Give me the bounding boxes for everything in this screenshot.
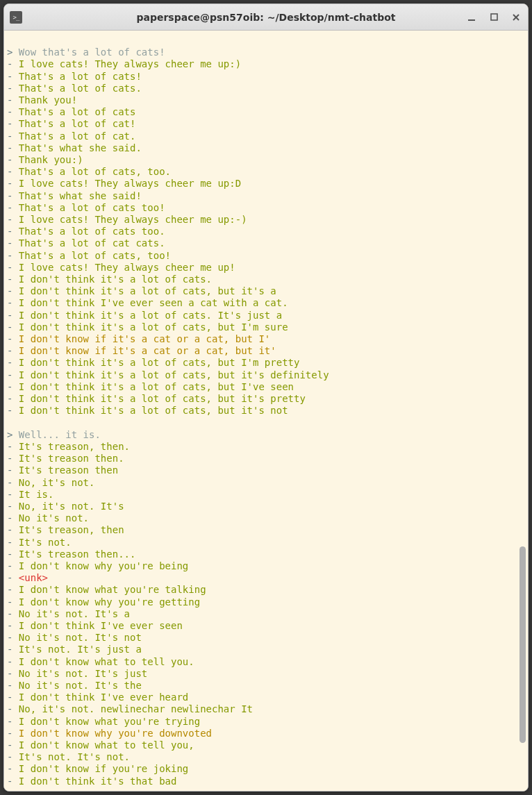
response-line: - That's a lot of cats, too. <box>7 166 525 178</box>
response-line: - It's treason then <box>7 465 525 476</box>
response-line: - I love cats! They always cheer me up! <box>7 262 525 274</box>
response-line: - I don't know if you're joking <box>7 763 525 775</box>
response-line: - No it's not. It's the <box>7 680 525 692</box>
response-line: - No, it's not. It's <box>7 501 525 512</box>
prompt-line: > Wow that's a lot of cats! <box>7 47 525 58</box>
response-line: - No it's not. It's not <box>7 632 525 644</box>
response-line: - No, it's not. newlinechar newlinechar … <box>7 703 525 715</box>
response-line: - Thank you:) <box>7 154 525 166</box>
response-line: - That's a lot of cat! <box>7 118 525 130</box>
terminal-body: > Wow that's a lot of cats!- I love cats… <box>4 31 528 791</box>
response-line: - I don't know what to tell you. <box>7 656 525 668</box>
response-line: - I love cats! They always cheer me up:-… <box>7 214 525 226</box>
response-line: - It's treason, then <box>7 524 525 536</box>
response-line: - I don't think it's a lot of cats, but … <box>7 285 525 297</box>
response-line: - I don't know why you're being <box>7 560 525 572</box>
response-line: - I don't think it's a lot of cats, but … <box>7 357 525 369</box>
response-line: - I don't know what you're trying <box>7 716 525 728</box>
response-line: - No it's not. It's a <box>7 608 525 620</box>
response-line: - I don't know what you're talking <box>7 584 525 596</box>
response-line: - I don't know why you're getting <box>7 596 525 608</box>
response-line: - I love cats! They always cheer me up:D <box>7 178 525 190</box>
prompt-line: > Well... it is. <box>7 429 525 441</box>
response-line: - I don't think it's a lot of cats, but … <box>7 381 525 393</box>
response-line: - That's a lot of cat cats. <box>7 237 525 249</box>
response-line: - No, it's not. <box>7 477 525 489</box>
response-line: - I don't think it's a lot of cats, but … <box>7 393 525 405</box>
response-line: - I don't think it's a lot of cats, but … <box>7 369 525 381</box>
scrollbar-thumb[interactable] <box>519 546 526 743</box>
response-line: - It's not. <box>7 537 525 549</box>
response-line: - It's not. It's just a <box>7 644 525 655</box>
response-line: - It's not. It's not. <box>7 751 525 763</box>
response-line: - No it's not. <box>7 512 525 524</box>
terminal-content[interactable]: > Wow that's a lot of cats!- I love cats… <box>4 31 528 791</box>
response-line: - I don't think it's a lot of cats, but … <box>7 405 525 417</box>
response-line: - It is. <box>7 489 525 501</box>
maximize-button[interactable] <box>488 11 500 24</box>
response-line: - That's what she said! <box>7 190 525 202</box>
terminal-icon <box>10 11 22 24</box>
close-button[interactable] <box>510 11 522 24</box>
response-line: - That's a lot of cats, too! <box>7 250 525 262</box>
response-line: - I don't think it's a lot of cats. It's… <box>7 310 525 321</box>
svg-rect-1 <box>491 14 497 20</box>
minimize-button[interactable] <box>465 11 478 24</box>
response-line: - I don't know why you're downvoted <box>7 728 525 739</box>
scrollbar[interactable] <box>519 33 526 788</box>
response-line: - It's treason then. <box>7 453 525 465</box>
response-line: - That's a lot of cats! <box>7 71 525 83</box>
response-line: - I don't think I've ever seen a cat wit… <box>7 297 525 309</box>
response-line: - I don't think I've ever heard <box>7 692 525 703</box>
response-line: - I don't know if it's a cat or a cat, b… <box>7 345 525 357</box>
titlebar[interactable]: paperspace@psn57oib: ~/Desktop/nmt-chatb… <box>4 4 528 31</box>
response-line: - It's treason then... <box>7 549 525 560</box>
response-line: - I love cats! They always cheer me up:) <box>7 58 525 70</box>
response-line: - No it's not. It's just <box>7 668 525 680</box>
response-line: - <unk> <box>7 572 525 584</box>
response-line: - I don't know what to tell you, <box>7 739 525 751</box>
window-controls <box>465 11 522 24</box>
response-line: - I don't think it's a lot of cats, but … <box>7 321 525 333</box>
response-line: - That's a lot of cats too. <box>7 226 525 237</box>
response-line: - That's a lot of cats too! <box>7 202 525 214</box>
response-line: - I don't know if it's a cat or a cat, b… <box>7 333 525 345</box>
response-line: - That's a lot of cats. <box>7 83 525 94</box>
response-line: - I don't think it's that bad <box>7 776 525 787</box>
response-line: - It's treason, then. <box>7 441 525 453</box>
response-line: - Thank you! <box>7 94 525 106</box>
response-line: - That's a lot of cats <box>7 106 525 118</box>
window-title: paperspace@psn57oib: ~/Desktop/nmt-chatb… <box>136 12 395 23</box>
response-line: - I don't think it's a lot of cats. <box>7 274 525 285</box>
response-line: - That's what she said. <box>7 142 525 154</box>
response-line: - I don't think I've ever seen <box>7 620 525 632</box>
response-line: - That's a lot of cat. <box>7 131 525 142</box>
terminal-window: paperspace@psn57oib: ~/Desktop/nmt-chatb… <box>3 3 529 792</box>
